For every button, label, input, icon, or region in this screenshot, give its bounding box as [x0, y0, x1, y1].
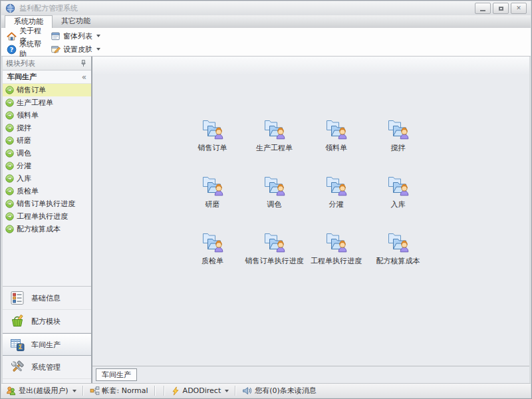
nav-item-label: 质检单 — [17, 186, 39, 196]
shortcut-sales-order[interactable]: 销售订单 — [182, 115, 243, 172]
shortcut-label: 生产工程单 — [256, 143, 293, 153]
maximize-icon — [499, 7, 503, 11]
form-list-button[interactable]: 窗体列表 — [47, 29, 104, 43]
form-list-icon — [51, 31, 61, 41]
shortcut-mixing[interactable]: 搅拌 — [367, 115, 429, 172]
shortcut-formula-costing[interactable]: 配方核算成本 — [367, 228, 429, 285]
nav-item-sales-order[interactable]: 销售订单 — [3, 84, 91, 96]
shortcut-production-order[interactable]: 生产工程单 — [243, 115, 305, 172]
speaker-icon — [242, 386, 252, 396]
shortcut-label: 质检单 — [201, 256, 223, 266]
shortcut-sales-order-progress[interactable]: 销售订单执行进度 — [243, 228, 305, 285]
nav-item-label: 调色 — [17, 148, 31, 158]
nav-item-label: 研磨 — [17, 136, 31, 146]
nav-item-sales-order-progress[interactable]: 销售订单执行进度 — [3, 198, 91, 210]
green-arrow-orb-icon — [5, 225, 14, 233]
nav-item-material-requisition[interactable]: 领料单 — [3, 109, 91, 122]
nav-item-filling[interactable]: 分灌 — [3, 160, 91, 172]
folder-user-icon — [323, 228, 350, 255]
module-formula[interactable]: 配方模块 — [3, 310, 91, 333]
folder-user-icon — [261, 115, 288, 142]
nav-item-label: 生产工程单 — [17, 98, 53, 108]
green-arrow-orb-icon — [5, 136, 14, 145]
nav-item-label: 销售订单执行进度 — [17, 199, 75, 209]
shortcut-label: 领料单 — [325, 143, 347, 153]
set-skin-button[interactable]: 设置皮肤 — [47, 43, 104, 56]
doc-tab-workshop-production[interactable]: 车间生产 — [96, 368, 137, 381]
shortcut-material-requisition[interactable]: 领料单 — [305, 115, 367, 172]
maximize-button[interactable] — [493, 3, 509, 14]
window-controls: ✕ — [475, 3, 527, 14]
shortcut-label: 销售订单执行进度 — [245, 256, 304, 266]
shortcut-grinding[interactable]: 研磨 — [182, 172, 243, 228]
minimize-button[interactable] — [475, 3, 491, 14]
shortcut-grid: 销售订单 生产工程单 领料单 搅拌 研磨 调色 — [182, 115, 429, 285]
form-list-label: 窗体列表 — [63, 31, 92, 41]
collapse-chevron-icon[interactable]: « — [82, 72, 86, 82]
account-set-label: 帐套: Normal — [102, 386, 148, 396]
folder-user-icon — [323, 172, 350, 198]
shortcut-filling[interactable]: 分灌 — [305, 172, 367, 228]
module-basic-info[interactable]: 基础信息 — [3, 287, 91, 310]
module-sidebar: 模块列表 车间生产 « 销售订单 生产工程单 领料单 搅拌 — [3, 57, 92, 383]
ribbon-row-1: 关于程序 窗体列表 — [3, 29, 531, 43]
nav-item-work-order-progress[interactable]: 工程单执行进度 — [3, 210, 91, 223]
statusbar-separator — [164, 386, 165, 396]
shortcut-label: 配方核算成本 — [376, 256, 420, 266]
module-system-management[interactable]: 系统管理 — [3, 356, 91, 379]
green-arrow-orb-icon — [5, 86, 14, 94]
folder-user-icon — [261, 172, 288, 198]
pin-icon[interactable] — [79, 59, 88, 68]
group-header-label: 车间生产 — [7, 72, 37, 82]
group-header-workshop[interactable]: 车间生产 « — [3, 70, 91, 84]
module-label: 配方模块 — [31, 317, 61, 327]
close-button[interactable]: ✕ — [511, 3, 527, 14]
green-arrow-orb-icon — [5, 212, 14, 221]
list-icon — [9, 290, 25, 306]
unread-messages-button[interactable]: 您有(0)条未读消息 — [242, 386, 317, 396]
nav-item-tinting[interactable]: 调色 — [3, 147, 91, 160]
ribbon-tab-strip: 系统功能 其它功能 — [1, 15, 531, 28]
nav-item-quality-inspection[interactable]: 质检单 — [3, 185, 91, 198]
shortcut-quality-inspection[interactable]: 质检单 — [182, 228, 243, 285]
green-arrow-orb-icon — [5, 98, 14, 107]
folder-user-icon — [261, 228, 288, 255]
connection-mode-button[interactable]: ADODirect — [171, 386, 229, 396]
shortcut-label: 销售订单 — [198, 143, 227, 153]
app-logo-icon — [5, 3, 15, 13]
nav-item-list: 销售订单 生产工程单 领料单 搅拌 研磨 调色 — [3, 84, 91, 235]
nav-item-grinding[interactable]: 研磨 — [3, 134, 91, 147]
shortcut-work-order-progress[interactable]: 工程单执行进度 — [305, 228, 367, 285]
statusbar-separator — [154, 386, 156, 396]
folder-user-icon — [385, 172, 412, 198]
users-icon — [6, 386, 16, 396]
folder-user-icon — [200, 228, 226, 255]
main-workspace: 销售订单 生产工程单 领料单 搅拌 研磨 调色 — [92, 57, 529, 383]
green-arrow-orb-icon — [5, 111, 14, 120]
nav-item-label: 搅拌 — [17, 123, 31, 133]
module-list-header: 模块列表 — [3, 57, 91, 70]
app-window: 益利配方管理系统 ✕ 系统功能 其它功能 关于程序 窗体列表 系 — [0, 0, 532, 399]
module-label: 基础信息 — [31, 293, 61, 303]
system-help-button[interactable]: 系统帮助 — [3, 43, 47, 56]
nav-item-production-order[interactable]: 生产工程单 — [3, 96, 91, 109]
shortcut-label: 研磨 — [205, 200, 220, 209]
shortcut-label: 调色 — [267, 200, 282, 209]
logout-button[interactable]: 登出(超级用户) — [6, 386, 76, 396]
statusbar-separator — [235, 386, 236, 396]
shortcut-warehousing[interactable]: 入库 — [367, 172, 429, 228]
dropdown-arrow-icon — [225, 390, 229, 392]
tab-other-functions[interactable]: 其它功能 — [53, 15, 99, 28]
window-title: 益利配方管理系统 — [19, 3, 78, 13]
nav-item-warehousing[interactable]: 入库 — [3, 172, 91, 185]
nav-item-mixing[interactable]: 搅拌 — [3, 122, 91, 134]
green-arrow-orb-icon — [5, 162, 14, 170]
shortcut-label: 搅拌 — [391, 143, 406, 153]
nav-item-formula-costing[interactable]: 配方核算成本 — [3, 223, 91, 235]
module-workshop-production[interactable]: 车间生产 — [3, 333, 91, 356]
module-label: 车间生产 — [31, 340, 61, 350]
table-sigma-icon — [9, 336, 25, 352]
minimize-icon — [480, 10, 485, 11]
shortcut-tinting[interactable]: 调色 — [243, 172, 305, 228]
module-list-title: 模块列表 — [6, 59, 35, 68]
